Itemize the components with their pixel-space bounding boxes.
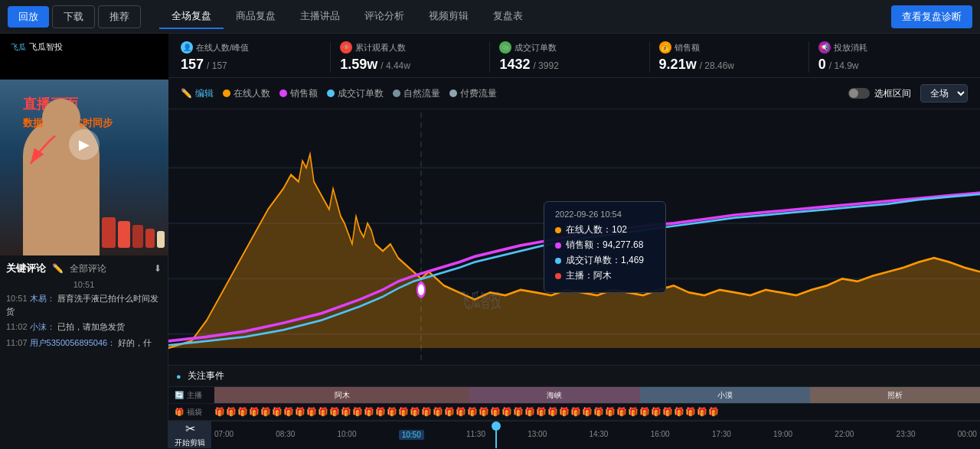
rotate-icon: 🔄 xyxy=(175,391,184,399)
stat-orders-label: 🛍 成交订单数 xyxy=(499,41,639,54)
top-nav: 回放 下载 推荐 全场复盘 商品复盘 主播讲品 评论分析 视频剪辑 复盘表 查看… xyxy=(0,0,980,34)
gift-1: 🎁 xyxy=(214,407,225,417)
stat-online-label: 👤 在线人数/峰值 xyxy=(181,41,321,54)
gift-35: 🎁 xyxy=(605,407,616,417)
ctrl-orders[interactable]: 成交订单数 xyxy=(327,87,384,100)
tab-product[interactable]: 商品复盘 xyxy=(224,5,288,29)
left-panel: 飞瓜 飞瓜智投 ▶ 直播画面 数据与画面实时同步 关键评论 ✏️ 全部评论 ⬇ xyxy=(0,34,168,449)
comment-user-3: 用户5350056895046： xyxy=(30,338,116,347)
diagnose-btn[interactable]: 查看复盘诊断 xyxy=(891,5,972,28)
ctrl-online[interactable]: 在线人数 xyxy=(223,87,270,100)
download-btn[interactable]: 下载 xyxy=(52,5,95,28)
gift-38: 🎁 xyxy=(639,407,650,417)
range-toggle-switch[interactable] xyxy=(848,88,870,99)
recommend-btn[interactable]: 推荐 xyxy=(98,5,141,28)
edit-comment-icon[interactable]: ✏️ xyxy=(52,263,64,274)
comment-text-3: 好的，什 xyxy=(118,338,152,347)
gift-track-label: 🎁 福袋 xyxy=(168,407,214,418)
time-2330: 23:30 xyxy=(897,430,916,440)
stat-viewers-label: 👁 累计观看人数 xyxy=(340,41,480,54)
scrubber-row: ✂ 开始剪辑 07:00 08:30 10:00 10:50 11:30 13:… xyxy=(168,421,980,448)
edit-btn[interactable]: ✏️ 编辑 xyxy=(181,87,214,100)
chart-controls: ✏️ 编辑 在线人数 销售额 成交订单数 自然流量 付费流量 xyxy=(168,78,980,109)
product-row xyxy=(102,217,165,248)
gift-31: 🎁 xyxy=(559,407,570,417)
gift-2: 🎁 xyxy=(226,407,237,417)
scrubber-handle[interactable] xyxy=(495,421,497,448)
online-dot xyxy=(223,89,230,97)
gift-18: 🎁 xyxy=(410,407,420,417)
gift-icons-row: 🎁🎁🎁🎁🎁🎁🎁🎁🎁🎁🎁🎁🎁🎁🎁🎁🎁🎁🎁🎁🎁🎁🎁🎁🎁🎁🎁🎁🎁🎁🎁🎁🎁🎁🎁🎁🎁🎁🎁🎁… xyxy=(214,404,980,420)
gift-8: 🎁 xyxy=(295,407,305,417)
gift-20: 🎁 xyxy=(433,407,443,417)
stat-ad-label: 📢 投放消耗 xyxy=(818,41,959,54)
product-5 xyxy=(157,231,165,248)
gift-27: 🎁 xyxy=(513,407,524,417)
tab-full[interactable]: 全场复盘 xyxy=(159,5,224,29)
pencil-icon: ✏️ xyxy=(181,88,192,99)
scissors-btn[interactable]: ✂ 开始剪辑 xyxy=(168,421,211,448)
tab-summary[interactable]: 复盘表 xyxy=(481,5,535,29)
tab-host[interactable]: 主播讲品 xyxy=(288,5,352,29)
gift-19: 🎁 xyxy=(421,407,432,417)
stat-orders: 🛍 成交订单数 1432 / 3992 xyxy=(490,41,649,73)
ctrl-natural[interactable]: 自然流量 xyxy=(393,87,440,100)
natural-dot xyxy=(393,89,400,97)
comment-text-2: 已拍，请加急发货 xyxy=(57,322,125,331)
gift-33: 🎁 xyxy=(582,407,593,417)
tooltip-online: 在线人数：102 xyxy=(555,223,655,236)
gift-30: 🎁 xyxy=(547,407,558,417)
gift-3: 🎁 xyxy=(237,407,248,417)
time-1430: 14:30 xyxy=(589,430,608,440)
time-1130: 11:30 xyxy=(466,430,485,440)
comment-time-1: 10:51 xyxy=(6,294,30,303)
range-toggle[interactable]: 选框区间 xyxy=(848,87,911,100)
tab-comment[interactable]: 评论分析 xyxy=(352,5,416,29)
person-head xyxy=(42,99,80,137)
gift-6: 🎁 xyxy=(272,407,283,417)
playback-btn[interactable]: 回放 xyxy=(8,6,49,28)
time-1300: 13:00 xyxy=(528,430,547,440)
time-1000: 10:00 xyxy=(337,430,356,440)
gift-40: 🎁 xyxy=(662,407,673,417)
gift-22: 🎁 xyxy=(456,407,466,417)
gift-15: 🎁 xyxy=(375,407,386,417)
time-rail[interactable]: 07:00 08:30 10:00 10:50 11:30 13:00 14:3… xyxy=(211,421,980,448)
gift-11: 🎁 xyxy=(329,407,340,417)
gift-10: 🎁 xyxy=(318,407,328,417)
key-comments-label: 关键评论 xyxy=(6,262,46,275)
stat-ad-spend: 📢 投放消耗 0 / 14.9w xyxy=(809,41,968,73)
scene-select[interactable]: 全场 xyxy=(920,84,968,102)
stat-online: 👤 在线人数/峰值 157 / 157 xyxy=(181,41,331,73)
viewers-icon: 👁 xyxy=(340,41,352,54)
gift-23: 🎁 xyxy=(467,407,478,417)
ctrl-sales[interactable]: 销售额 xyxy=(279,87,318,100)
ctrl-paid[interactable]: 付费流量 xyxy=(449,87,497,100)
product-2 xyxy=(118,221,130,248)
gift-9: 🎁 xyxy=(306,407,317,417)
stat-online-value-row: 157 / 157 xyxy=(181,57,321,73)
video-watermark: 飞瓜 飞瓜智投 xyxy=(6,40,67,54)
gift-21: 🎁 xyxy=(444,407,455,417)
tooltip-host: 主播：阿木 xyxy=(555,269,655,282)
tooltip-sales-dot xyxy=(555,242,561,249)
gift-43: 🎁 xyxy=(697,407,707,417)
gift-17: 🎁 xyxy=(398,407,409,417)
comment-time-2: 11:02 xyxy=(6,322,30,331)
download-icon[interactable]: ⬇ xyxy=(154,263,162,274)
chart-watermark: 飞瓜智投 xyxy=(459,288,501,310)
tab-bar: 全场复盘 商品复盘 主播讲品 评论分析 视频剪辑 复盘表 xyxy=(159,5,888,29)
comments-panel: 关键评论 ✏️ 全部评论 ⬇ 10:51 10:51 木易： 唇育洗手液已拍什么… xyxy=(0,255,168,449)
comment-time: 10:51 xyxy=(6,280,162,289)
time-labels: 07:00 08:30 10:00 10:50 11:30 13:00 14:3… xyxy=(211,430,980,440)
time-0830: 08:30 xyxy=(276,430,295,440)
gift-36: 🎁 xyxy=(616,407,627,417)
tab-edit[interactable]: 视频剪辑 xyxy=(416,5,481,29)
host-track-content: 阿木 海峡 小漠 照析 xyxy=(214,387,980,403)
comments-header: 关键评论 ✏️ 全部评论 ⬇ xyxy=(6,262,162,275)
tooltip-orders: 成交订单数：1,469 xyxy=(555,254,655,267)
gift-41: 🎁 xyxy=(674,407,684,417)
gift-12: 🎁 xyxy=(341,407,351,417)
stat-viewers: 👁 累计观看人数 1.59w / 4.44w xyxy=(331,41,490,73)
all-comments-tab[interactable]: 全部评论 xyxy=(70,262,106,275)
